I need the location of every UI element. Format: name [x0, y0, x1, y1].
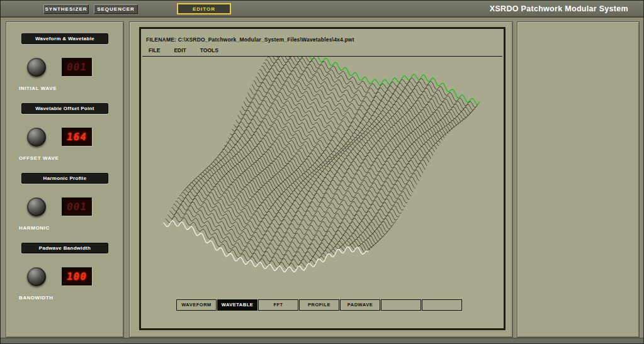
initial-wave-knob[interactable]: [27, 58, 46, 77]
section-header: Harmonic Profile: [21, 173, 108, 184]
bandwidth-label: BANDWIDTH: [19, 295, 123, 301]
control-sidebar: Waveform & Wavetable 001 INITIAL WAVE Wa…: [6, 21, 124, 338]
section-wavetable-offset: Wavetable Offset Point 164 OFFSET WAVE: [6, 94, 123, 164]
topbar-button-synthesizer[interactable]: SYNTHESIZER: [43, 4, 89, 14]
bottom-bar: [1, 338, 643, 343]
offset-wave-label: OFFSET WAVE: [19, 155, 123, 161]
initial-wave-label: INITIAL WAVE: [19, 86, 123, 91]
tab-wavetable[interactable]: WAVETABLE: [217, 299, 257, 311]
wavetable-3d-view[interactable]: [141, 57, 504, 298]
initial-wave-display: 001: [62, 58, 92, 76]
menu-tools[interactable]: TOOLS: [200, 47, 218, 53]
section-header: Padwave Bandwidth: [21, 243, 108, 253]
section-header: Waveform & Wavetable: [21, 33, 108, 44]
app-title: XSRDO Patchwork Modular System: [490, 4, 628, 13]
menu-bar: FILEEDITTOOLS: [149, 47, 232, 53]
tab-padwave[interactable]: PADWAVE: [340, 299, 380, 311]
menu-edit[interactable]: EDIT: [174, 47, 186, 53]
section-header: Wavetable Offset Point: [21, 103, 108, 114]
harmonic-display: 001: [62, 197, 92, 216]
menu-file[interactable]: FILE: [149, 47, 160, 53]
right-blank-panel: [517, 21, 640, 338]
app-window: SYNTHESIZER SEQUENCER EDITOR XSRDO Patch…: [0, 0, 644, 344]
section-harmonic-profile: Harmonic Profile 001 HARMONIC: [6, 164, 123, 234]
section-padwave-bandwidth: Padwave Bandwidth 100 BANDWIDTH: [6, 234, 123, 304]
editor-panel: FILENAME: C:\XSRDO_Patchwork_Modular_Sys…: [129, 21, 513, 338]
bandwidth-display: 100: [62, 267, 92, 286]
harmonic-knob[interactable]: [27, 197, 46, 216]
offset-wave-knob[interactable]: [27, 128, 46, 147]
bandwidth-knob[interactable]: [27, 267, 46, 286]
view-tabs: WAVEFORM WAVETABLE FFT PROFILE PADWAVE: [176, 299, 463, 311]
section-waveform-wavetable: Waveform & Wavetable 001 INITIAL WAVE: [6, 25, 123, 94]
filename-label: FILENAME: C:\XSRDO_Patchwork_Modular_Sys…: [146, 36, 354, 43]
offset-wave-display: 164: [62, 128, 92, 146]
topbar-button-editor[interactable]: EDITOR: [177, 3, 231, 14]
tab-waveform[interactable]: WAVEFORM: [176, 299, 217, 311]
tab-empty-2[interactable]: [422, 299, 462, 311]
tab-empty-1[interactable]: [381, 299, 421, 311]
tab-fft[interactable]: FFT: [258, 299, 298, 311]
editor-screen: FILENAME: C:\XSRDO_Patchwork_Modular_Sys…: [139, 27, 506, 330]
harmonic-label: HARMONIC: [19, 225, 123, 231]
topbar-button-sequencer[interactable]: SEQUENCER: [94, 4, 138, 14]
tab-profile[interactable]: PROFILE: [299, 299, 339, 311]
top-bar: SYNTHESIZER SEQUENCER EDITOR XSRDO Patch…: [1, 1, 643, 18]
